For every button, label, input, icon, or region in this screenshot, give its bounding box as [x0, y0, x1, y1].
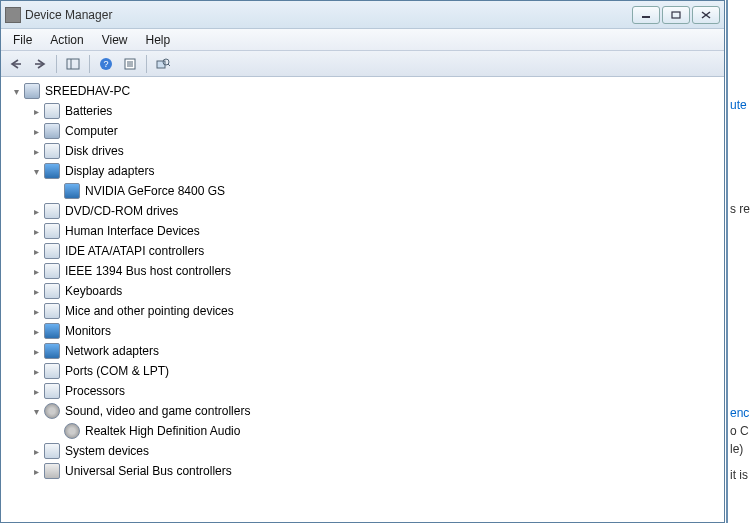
ide-icon	[44, 243, 60, 259]
expand-icon[interactable]: ▸	[29, 104, 43, 118]
tree-category[interactable]: ▸Processors	[3, 381, 724, 401]
menu-file[interactable]: File	[5, 31, 40, 49]
expand-icon[interactable]: ▸	[29, 464, 43, 478]
node-label: IDE ATA/ATAPI controllers	[63, 243, 206, 259]
tree-category[interactable]: ▸IDE ATA/ATAPI controllers	[3, 241, 724, 261]
node-label: IEEE 1394 Bus host controllers	[63, 263, 233, 279]
window-buttons	[632, 6, 720, 24]
tree-category[interactable]: ▸Universal Serial Bus controllers	[3, 461, 724, 481]
node-label: Mice and other pointing devices	[63, 303, 236, 319]
menu-action[interactable]: Action	[42, 31, 91, 49]
battery-icon	[44, 103, 60, 119]
expand-icon[interactable]: ▸	[29, 264, 43, 278]
node-label: Ports (COM & LPT)	[63, 363, 171, 379]
tree-category[interactable]: ▸Keyboards	[3, 281, 724, 301]
svg-rect-1	[672, 12, 680, 18]
maximize-button[interactable]	[662, 6, 690, 24]
node-label: NVIDIA GeForce 8400 GS	[83, 183, 227, 199]
expand-icon[interactable]: ▸	[29, 444, 43, 458]
tree-category[interactable]: ▸Monitors	[3, 321, 724, 341]
clip-text: it is	[728, 466, 750, 484]
expand-icon[interactable]: ▸	[29, 224, 43, 238]
tree-device[interactable]: Realtek High Definition Audio	[3, 421, 724, 441]
expand-icon[interactable]: ▸	[29, 384, 43, 398]
device-tree[interactable]: ▾SREEDHAV-PC▸Batteries▸Computer▸Disk dri…	[1, 77, 724, 522]
tree-category[interactable]: ▸Batteries	[3, 101, 724, 121]
window-title: Device Manager	[25, 8, 632, 22]
tree-category[interactable]: ▸DVD/CD-ROM drives	[3, 201, 724, 221]
port-icon	[44, 363, 60, 379]
back-button[interactable]	[5, 54, 27, 74]
scan-hardware-button[interactable]	[152, 54, 174, 74]
expand-icon[interactable]: ▸	[29, 244, 43, 258]
system-icon	[44, 443, 60, 459]
hid-icon	[44, 223, 60, 239]
node-label: System devices	[63, 443, 151, 459]
expand-icon[interactable]: ▸	[29, 124, 43, 138]
node-label: Universal Serial Bus controllers	[63, 463, 234, 479]
device-manager-window: Device Manager File Action View Help	[0, 0, 725, 523]
show-hide-tree-button[interactable]	[62, 54, 84, 74]
tree-category[interactable]: ▾Sound, video and game controllers	[3, 401, 724, 421]
dvd-icon	[44, 203, 60, 219]
tree-category[interactable]: ▸Disk drives	[3, 141, 724, 161]
node-label: Human Interface Devices	[63, 223, 202, 239]
tree-category[interactable]: ▸Ports (COM & LPT)	[3, 361, 724, 381]
menu-help[interactable]: Help	[138, 31, 179, 49]
monitor-icon	[44, 323, 60, 339]
tree-device[interactable]: NVIDIA GeForce 8400 GS	[3, 181, 724, 201]
close-icon	[701, 11, 711, 19]
expand-icon[interactable]: ▸	[29, 324, 43, 338]
maximize-icon	[671, 11, 681, 19]
help-button[interactable]: ?	[95, 54, 117, 74]
toolbar-separator	[146, 55, 147, 73]
tree-category[interactable]: ▸Mice and other pointing devices	[3, 301, 724, 321]
expand-icon[interactable]: ▸	[29, 304, 43, 318]
forward-button[interactable]	[29, 54, 51, 74]
tree-category[interactable]: ▸Computer	[3, 121, 724, 141]
svg-line-16	[168, 64, 170, 66]
expand-icon[interactable]: ▸	[29, 144, 43, 158]
toolbar-separator	[56, 55, 57, 73]
node-label: Keyboards	[63, 283, 124, 299]
arrow-left-icon	[9, 58, 23, 70]
tree-root[interactable]: ▾SREEDHAV-PC	[3, 81, 724, 101]
node-label: Disk drives	[63, 143, 126, 159]
properties-button[interactable]	[119, 54, 141, 74]
ieee-icon	[44, 263, 60, 279]
tree-pane-icon	[66, 58, 80, 70]
collapse-icon[interactable]: ▾	[9, 84, 23, 98]
clip-text: o C	[728, 422, 750, 440]
disk-icon	[44, 143, 60, 159]
expand-icon[interactable]: ▸	[29, 364, 43, 378]
content-area: ▾SREEDHAV-PC▸Batteries▸Computer▸Disk dri…	[1, 77, 724, 522]
tree-category[interactable]: ▸Human Interface Devices	[3, 221, 724, 241]
collapse-icon[interactable]: ▾	[29, 164, 43, 178]
node-label: Batteries	[63, 103, 114, 119]
tree-category[interactable]: ▸Network adapters	[3, 341, 724, 361]
arrow-right-icon	[33, 58, 47, 70]
tree-category[interactable]: ▾Display adapters	[3, 161, 724, 181]
node-label: Processors	[63, 383, 127, 399]
node-label: Network adapters	[63, 343, 161, 359]
cpu-icon	[44, 383, 60, 399]
minimize-icon	[641, 11, 651, 19]
collapse-icon[interactable]: ▾	[29, 404, 43, 418]
computer-icon	[44, 123, 60, 139]
toolbar: ?	[1, 51, 724, 77]
clip-text: le)	[728, 440, 750, 458]
expand-icon[interactable]: ▸	[29, 344, 43, 358]
menu-view[interactable]: View	[94, 31, 136, 49]
app-icon	[5, 7, 21, 23]
expand-icon[interactable]: ▸	[29, 284, 43, 298]
network-icon	[44, 343, 60, 359]
node-label: Monitors	[63, 323, 113, 339]
minimize-button[interactable]	[632, 6, 660, 24]
close-button[interactable]	[692, 6, 720, 24]
tree-category[interactable]: ▸System devices	[3, 441, 724, 461]
expand-icon[interactable]: ▸	[29, 204, 43, 218]
display-icon	[64, 183, 80, 199]
node-label: Display adapters	[63, 163, 156, 179]
node-label: Sound, video and game controllers	[63, 403, 252, 419]
tree-category[interactable]: ▸IEEE 1394 Bus host controllers	[3, 261, 724, 281]
